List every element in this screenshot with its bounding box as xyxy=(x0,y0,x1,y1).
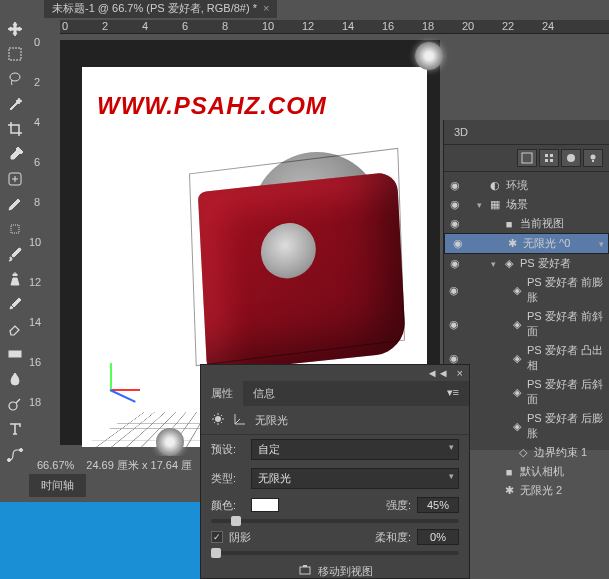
close-icon[interactable]: × xyxy=(263,2,269,14)
filter-mesh-icon[interactable] xyxy=(539,149,559,167)
svg-point-1 xyxy=(10,73,20,81)
visibility-icon[interactable]: ◉ xyxy=(448,283,461,297)
dodge-tool[interactable] xyxy=(4,393,26,415)
softness-slider[interactable] xyxy=(211,551,459,555)
mesh-icon: ◈ xyxy=(502,257,516,271)
doc-dimensions: 24.69 厘米 x 17.64 厘 xyxy=(86,458,192,473)
move-to-view-icon[interactable] xyxy=(298,563,312,579)
tree-item-label: 无限光 ^0 xyxy=(523,236,570,251)
panel-menu-icon[interactable]: ▾≡ xyxy=(437,381,469,406)
filter-scene-icon[interactable] xyxy=(517,149,537,167)
visibility-icon[interactable]: ◉ xyxy=(448,179,462,193)
healing-tool[interactable] xyxy=(4,168,26,190)
visibility-icon[interactable]: ◉ xyxy=(451,237,465,251)
svg-rect-10 xyxy=(550,154,553,157)
close-panel-icon[interactable]: × xyxy=(457,367,463,379)
light-icon: ✱ xyxy=(505,237,519,251)
eyedropper-tool[interactable] xyxy=(4,143,26,165)
light-icon: ✱ xyxy=(502,484,516,498)
visibility-icon[interactable]: ◉ xyxy=(448,257,462,271)
tree-row[interactable]: ◉■当前视图 xyxy=(444,214,609,233)
tree-row[interactable]: ◉◈PS 爱好者 前斜面 xyxy=(444,307,609,341)
tree-row[interactable]: ◉◐环境 xyxy=(444,176,609,195)
camera-icon: ■ xyxy=(502,217,516,231)
type-select[interactable]: 无限光 xyxy=(251,468,459,489)
intensity-slider[interactable] xyxy=(211,519,459,523)
env-icon: ◐ xyxy=(488,179,502,193)
visibility-icon[interactable]: ◉ xyxy=(448,198,462,212)
intensity-input[interactable]: 45% xyxy=(417,497,459,513)
tree-row[interactable]: ◉✱无限光 ^0 xyxy=(444,233,609,254)
preset-label: 预设: xyxy=(211,442,245,457)
brush-tool[interactable] xyxy=(4,243,26,265)
zoom-level[interactable]: 66.67% xyxy=(37,459,74,471)
panel-properties: ◄◄ × 属性 信息 ▾≡ 无限光 预设: 自定 类型: 无限光 颜色: 强度:… xyxy=(200,364,470,579)
svg-rect-3 xyxy=(11,225,19,233)
tree-item-label: PS 爱好者 xyxy=(520,256,571,271)
lasso-tool[interactable] xyxy=(4,68,26,90)
svg-point-13 xyxy=(567,154,575,162)
ruler-horizontal: 024681012141618202224 xyxy=(60,20,609,34)
tab-properties[interactable]: 属性 xyxy=(201,381,243,406)
marquee-tool[interactable] xyxy=(4,43,26,65)
visibility-icon[interactable]: ◉ xyxy=(448,351,461,365)
light-widget-1[interactable] xyxy=(415,42,443,70)
svg-rect-11 xyxy=(545,159,548,162)
status-bar: 66.67% 24.69 厘米 x 17.64 厘 xyxy=(29,456,200,474)
tree-item-label: PS 爱好者 后膨胀 xyxy=(527,411,605,441)
tab-info[interactable]: 信息 xyxy=(243,381,285,406)
color-swatch[interactable] xyxy=(251,498,279,512)
svg-point-5 xyxy=(9,402,17,410)
tree-row[interactable]: ◉▾◈PS 爱好者 xyxy=(444,254,609,273)
blur-tool[interactable] xyxy=(4,368,26,390)
visibility-icon[interactable]: ◉ xyxy=(448,317,461,331)
move-to-view-label[interactable]: 移动到视图 xyxy=(318,564,373,579)
axis-y[interactable] xyxy=(110,363,112,391)
panel-3d-title[interactable]: 3D xyxy=(444,120,609,144)
svg-point-14 xyxy=(591,155,596,160)
document-tab[interactable]: 未标题-1 @ 66.7% (PS 爱好者, RGB/8#) * × xyxy=(44,0,277,18)
measure-tool[interactable] xyxy=(4,218,26,240)
clone-tool[interactable] xyxy=(4,268,26,290)
chevron-icon[interactable]: ▾ xyxy=(474,200,484,210)
svg-rect-8 xyxy=(522,153,532,163)
timeline-tab[interactable]: 时间轴 xyxy=(29,474,86,497)
mesh-icon: ◈ xyxy=(510,351,523,365)
ruler-vertical: 024681012141618 xyxy=(29,34,60,469)
history-brush-tool[interactable] xyxy=(4,293,26,315)
constraint-icon: ◇ xyxy=(516,446,530,460)
watermark-text: WWW.PSAHZ.COM xyxy=(97,92,327,120)
shadow-checkbox[interactable]: ✓ xyxy=(211,531,223,543)
wand-tool[interactable] xyxy=(4,93,26,115)
filter-light-icon[interactable] xyxy=(583,149,603,167)
axis-z[interactable] xyxy=(110,389,136,403)
svg-point-15 xyxy=(215,416,221,422)
preset-select[interactable]: 自定 xyxy=(251,439,459,460)
tree-row[interactable]: ◉◈PS 爱好者 前膨胀 xyxy=(444,273,609,307)
svg-rect-12 xyxy=(550,159,553,162)
mesh-icon: ◈ xyxy=(510,283,523,297)
tree-row[interactable]: ◉▾▦场景 xyxy=(444,195,609,214)
visibility-icon[interactable]: ◉ xyxy=(448,217,462,231)
svg-rect-0 xyxy=(9,48,21,60)
tree-item-label: 无限光 2 xyxy=(520,483,562,498)
crop-tool[interactable] xyxy=(4,118,26,140)
3d-object[interactable] xyxy=(172,152,412,362)
move-tool[interactable] xyxy=(4,18,26,40)
type-tool[interactable] xyxy=(4,418,26,440)
tree-item-label: 默认相机 xyxy=(520,464,564,479)
gradient-tool[interactable] xyxy=(4,343,26,365)
collapse-icon[interactable]: ◄◄ xyxy=(427,367,449,379)
coords-icon[interactable] xyxy=(233,412,247,428)
filter-material-icon[interactable] xyxy=(561,149,581,167)
path-tool[interactable] xyxy=(4,443,26,465)
softness-input[interactable]: 0% xyxy=(417,529,459,545)
shadow-label: 阴影 xyxy=(229,530,251,545)
chevron-icon[interactable]: ▾ xyxy=(488,259,498,269)
cloth-shape xyxy=(198,171,406,372)
svg-point-6 xyxy=(7,459,10,462)
pen-tool[interactable] xyxy=(4,193,26,215)
color-label: 颜色: xyxy=(211,498,245,513)
light-widget-2[interactable] xyxy=(156,428,184,456)
eraser-tool[interactable] xyxy=(4,318,26,340)
